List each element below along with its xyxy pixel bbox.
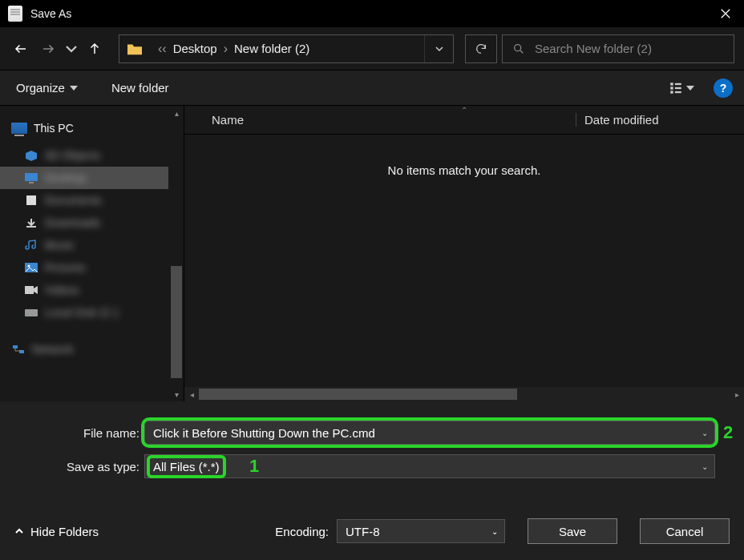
view-list-icon [669,81,683,95]
svg-rect-5 [670,91,673,93]
tree-item[interactable]: Music [0,234,168,256]
svg-rect-3 [670,87,673,89]
save-label: Save [559,525,586,538]
tree-label: Documents [45,194,102,207]
breadcrumb-dropdown[interactable] [424,35,453,62]
hide-folders-button[interactable]: Hide Folders [14,525,99,538]
hide-folders-label: Hide Folders [30,525,99,538]
svg-rect-14 [26,314,28,315]
cancel-button[interactable]: Cancel [640,518,730,544]
tree-item[interactable]: Documents [0,189,168,212]
horizontal-scrollbar[interactable]: ◂ ▸ [184,387,744,401]
svg-rect-2 [675,83,681,84]
help-button[interactable]: ? [714,79,733,98]
empty-message: No items match your search. [184,163,744,177]
saveastype-label: Save as type: [0,460,144,473]
tree-item[interactable]: Local Disk (C:) [0,301,168,324]
chevron-down-icon[interactable]: ⌄ [702,462,708,471]
tree-label: Network [32,343,73,356]
refresh-button[interactable] [465,34,497,63]
annotation-one: 1 [249,456,259,477]
breadcrumb-desktop[interactable]: Desktop [173,42,217,55]
tree-item[interactable]: Downloads [0,212,168,234]
explorer-body: This PC 3D Objects Desktop Documents Dow… [0,106,744,401]
column-date-label: Date modified [584,113,659,127]
cube-icon [24,150,38,161]
toolbar: Organize New folder ? [0,71,744,106]
help-icon: ? [720,82,727,95]
filename-input[interactable]: Click it Before Shutting Down the PC.cmd… [144,421,715,445]
annotation-two: 2 [723,422,738,443]
scroll-thumb[interactable] [171,266,182,378]
tree-item[interactable]: Pictures [0,256,168,279]
saveastype-select[interactable]: All Files (*.*) 1 ⌄ [144,454,715,478]
organize-button[interactable]: Organize [11,78,83,98]
picture-icon [24,262,38,273]
tree-scrollbar[interactable]: ▴ ▾ [169,106,184,401]
new-folder-button[interactable]: New folder [107,78,174,98]
view-options-button[interactable] [664,79,699,97]
content-panel: ⌃ Name Date modified No items match your… [184,106,744,401]
encoding-label: Encoding: [275,525,337,538]
column-date[interactable]: Date modified [576,113,744,127]
tree-item[interactable]: 3D Objects [0,144,168,167]
cancel-label: Cancel [666,525,704,538]
pc-icon [11,123,27,134]
disk-icon [24,307,38,318]
bottom-row: Hide Folders Encoding: UTF-8 ⌄ Save Canc… [0,518,744,544]
svg-rect-6 [675,91,681,92]
scroll-up-icon[interactable]: ▴ [169,106,184,120]
svg-rect-9 [26,195,36,205]
tree-this-pc[interactable]: This PC [0,117,168,139]
chevron-down-icon [435,44,444,54]
forward-button[interactable] [37,34,59,63]
tree-panel: This PC 3D Objects Desktop Documents Dow… [0,106,184,401]
tree-label: Music [45,239,75,252]
recent-button[interactable] [64,34,79,63]
document-icon [24,195,38,206]
svg-rect-8 [29,182,34,183]
scroll-thumb[interactable] [199,389,517,400]
tree-label: Videos [45,284,79,296]
sort-indicator-icon: ⌃ [461,106,467,115]
up-button[interactable] [83,34,106,63]
arrow-up-icon [87,42,102,56]
tree-label: 3D Objects [45,149,100,162]
tree-label: Local Disk (C:) [45,306,119,319]
save-button[interactable]: Save [528,518,617,544]
tree-label: Pictures [45,261,86,274]
organize-label: Organize [16,81,65,95]
scroll-down-icon[interactable]: ▾ [169,387,184,401]
svg-rect-15 [13,345,18,348]
search-input[interactable]: Search New folder (2) [502,34,734,63]
tree-item[interactable]: Network [0,338,168,361]
breadcrumb-separator: ‹‹ [158,42,167,56]
monitor-icon [24,172,38,183]
encoding-value: UTF-8 [346,525,380,538]
column-name[interactable]: Name [184,113,576,127]
breadcrumb-newfolder[interactable]: New folder (2) [234,42,309,55]
back-button[interactable] [10,34,32,63]
titlebar: Save As [0,0,744,27]
caret-down-icon [70,86,78,91]
breadcrumb-chevron-icon: › [224,42,228,56]
video-icon [24,284,38,296]
svg-rect-12 [25,286,34,294]
tree-item[interactable]: Videos [0,279,168,301]
close-icon [720,8,731,19]
encoding-select[interactable]: UTF-8 ⌄ [337,519,505,543]
tree-item-desktop[interactable]: Desktop [0,167,168,189]
arrow-left-icon [14,42,28,56]
svg-point-0 [515,44,521,50]
close-button[interactable] [707,0,744,27]
arrow-right-icon [41,42,55,56]
chevron-down-icon[interactable]: ⌄ [702,429,708,437]
scroll-right-icon[interactable]: ▸ [730,390,744,399]
scroll-left-icon[interactable]: ◂ [184,390,199,399]
navbar: ‹‹ Desktop › New folder (2) Search New f… [0,27,744,71]
saveastype-row: Save as type: All Files (*.*) 1 ⌄ [0,454,738,478]
breadcrumb[interactable]: ‹‹ Desktop › New folder (2) [119,34,454,63]
column-name-label: Name [212,113,244,127]
chevron-down-icon [64,42,79,56]
chevron-down-icon[interactable]: ⌄ [491,527,498,536]
